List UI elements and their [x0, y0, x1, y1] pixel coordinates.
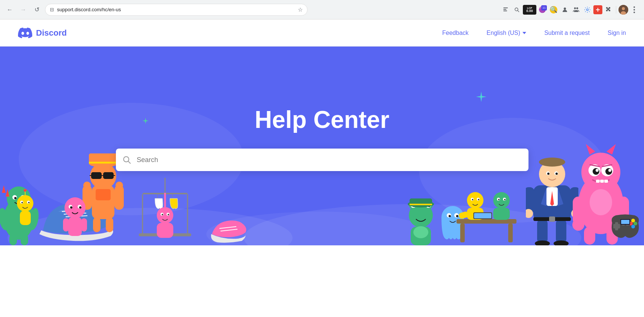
- svg-rect-61: [68, 217, 82, 236]
- clothes-rack-char: [128, 178, 203, 245]
- svg-point-152: [593, 168, 599, 175]
- settings-extension-icon[interactable]: [582, 5, 593, 15]
- svg-rect-158: [596, 180, 600, 183]
- discord-logo-text: Discord: [36, 28, 67, 38]
- svg-point-117: [493, 192, 510, 209]
- site-header: Discord Feedback English (US) Submit a r…: [0, 20, 644, 47]
- forward-button: →: [18, 5, 29, 15]
- svg-point-3: [515, 8, 518, 11]
- svg-rect-124: [556, 219, 566, 243]
- svg-point-70: [28, 202, 30, 203]
- red-cross-extension-icon[interactable]: [593, 5, 602, 14]
- language-selector[interactable]: English (US): [486, 30, 526, 36]
- svg-rect-133: [549, 216, 555, 222]
- svg-point-7: [576, 7, 578, 9]
- svg-point-69: [21, 202, 23, 203]
- svg-point-15: [633, 9, 635, 11]
- svg-rect-48: [89, 162, 117, 164]
- sign-in-link[interactable]: Sign in: [608, 30, 626, 36]
- svg-marker-149: [606, 144, 616, 155]
- svg-rect-62: [63, 218, 69, 231]
- browser-menu-icon[interactable]: [629, 5, 639, 15]
- hero-title: Help Center: [255, 106, 389, 134]
- svg-rect-10: [596, 9, 600, 10]
- svg-point-172: [631, 219, 635, 222]
- back-button[interactable]: ←: [5, 5, 15, 15]
- svg-marker-148: [586, 144, 595, 155]
- svg-point-154: [596, 169, 599, 172]
- svg-point-52: [116, 182, 123, 189]
- svg-point-60: [79, 206, 81, 209]
- svg-point-163: [572, 219, 584, 231]
- puzzle-extension-icon[interactable]: [603, 5, 614, 15]
- svg-point-83: [168, 214, 169, 215]
- refresh-button[interactable]: ↺: [32, 5, 42, 15]
- svg-point-79: [157, 207, 173, 224]
- discord-logo-link[interactable]: Discord: [18, 27, 67, 39]
- svg-line-21: [128, 161, 131, 164]
- address-bar[interactable]: ⊟ support.discord.com/hc/en-us ☆: [45, 4, 308, 16]
- site-nav: Feedback English (US) Submit a request S…: [442, 30, 626, 36]
- svg-rect-123: [537, 219, 548, 243]
- svg-point-108: [467, 192, 483, 209]
- svg-point-51: [83, 182, 91, 189]
- purple-extension-icon[interactable]: 🟣 11: [537, 5, 548, 15]
- svg-rect-42: [103, 172, 114, 179]
- svg-rect-2: [503, 11, 507, 11]
- people-extension-icon[interactable]: [571, 5, 581, 15]
- svg-rect-106: [460, 224, 465, 242]
- svg-rect-0: [503, 8, 508, 8]
- svg-rect-177: [621, 220, 629, 224]
- svg-point-153: [605, 168, 612, 175]
- pink-shoe-char: [208, 208, 249, 245]
- svg-rect-159: [600, 180, 604, 183]
- svg-point-12: [622, 7, 625, 10]
- frog-char: [404, 197, 438, 245]
- svg-point-138: [547, 173, 549, 175]
- svg-point-173: [631, 225, 635, 228]
- svg-point-155: [608, 169, 611, 172]
- svg-point-66: [24, 189, 27, 192]
- yellow-char: [13, 189, 38, 230]
- svg-rect-41: [91, 172, 102, 179]
- browser-toolbar: LCP 0.00 🟣 11 🔍: [500, 5, 639, 15]
- reader-mode-icon[interactable]: [500, 5, 511, 15]
- svg-point-139: [555, 173, 558, 175]
- svg-rect-55: [96, 189, 111, 200]
- svg-point-8: [587, 9, 588, 11]
- svg-point-20: [123, 157, 129, 162]
- feedback-link[interactable]: Feedback: [442, 30, 468, 36]
- svg-point-126: [554, 240, 569, 245]
- svg-point-103: [449, 215, 451, 217]
- svg-point-82: [162, 214, 163, 215]
- svg-point-125: [535, 240, 550, 245]
- hero-section: Help Center: [0, 47, 644, 245]
- svg-point-121: [504, 199, 506, 200]
- yellow-extension-icon[interactable]: 🔍: [548, 5, 559, 15]
- svg-rect-30: [9, 234, 17, 245]
- svg-point-56: [65, 197, 86, 218]
- profile-avatar[interactable]: [618, 5, 628, 15]
- svg-point-171: [633, 222, 637, 225]
- search-input[interactable]: [116, 149, 528, 171]
- submit-request-link[interactable]: Submit a request: [544, 30, 590, 36]
- svg-point-59: [70, 206, 72, 209]
- svg-line-4: [518, 11, 519, 12]
- gray-person-extension-icon[interactable]: [560, 5, 570, 15]
- svg-point-120: [498, 199, 500, 200]
- svg-point-96: [413, 226, 428, 238]
- svg-rect-169: [613, 224, 620, 228]
- svg-rect-99: [410, 204, 432, 205]
- search-zoom-icon[interactable]: [512, 5, 522, 15]
- pink-small-left-char: [60, 193, 90, 242]
- svg-rect-85: [157, 223, 173, 238]
- svg-point-147: [581, 153, 620, 192]
- lcp-extension-icon[interactable]: LCP 0.00: [523, 5, 536, 15]
- sparkle-large: [476, 92, 486, 102]
- bookmark-icon[interactable]: ☆: [298, 6, 303, 13]
- svg-rect-122: [493, 208, 510, 220]
- svg-rect-1: [503, 9, 506, 10]
- svg-point-14: [633, 6, 635, 8]
- svg-rect-116: [474, 213, 491, 218]
- discord-logo-icon: [18, 27, 32, 39]
